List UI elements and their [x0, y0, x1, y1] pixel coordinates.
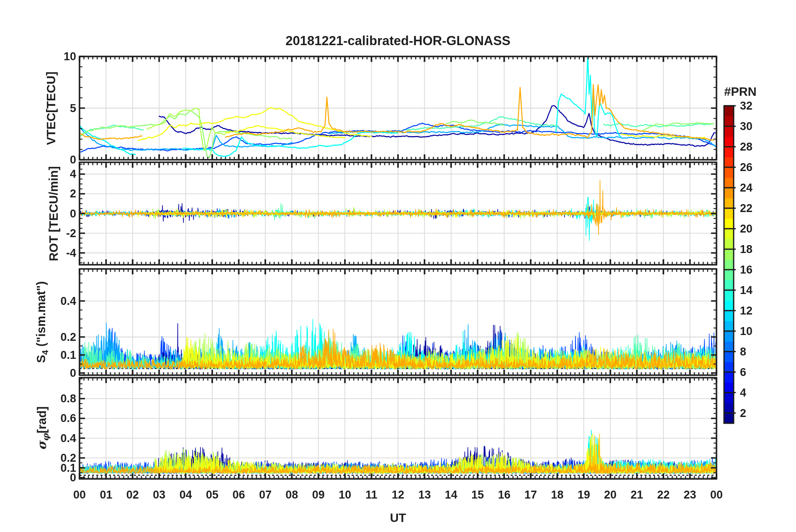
x-tick-label: 09: [304, 489, 333, 501]
x-tick-label: 02: [118, 489, 147, 501]
x-axis-label: UT: [80, 511, 716, 525]
y-tick-label: 0.8: [45, 392, 76, 405]
colorbar-tick-label: 20: [740, 222, 769, 235]
colorbar-tick-label: 18: [740, 243, 769, 256]
colorbar-tick-label: 4: [740, 386, 769, 399]
colorbar-tick-label: 10: [740, 325, 769, 338]
x-tick-label: 11: [357, 489, 386, 501]
y-tick-label: 0: [45, 153, 76, 166]
y-tick-label: 0: [45, 366, 76, 380]
x-tick-label: 14: [437, 489, 466, 501]
x-tick-label: 15: [463, 489, 492, 501]
x-tick-label: 12: [383, 489, 413, 501]
x-tick-label: 10: [330, 489, 359, 501]
y-tick-label: 10: [45, 50, 76, 63]
x-tick-label: 00: [702, 489, 731, 501]
colorbar-tick-label: 30: [740, 120, 769, 133]
x-tick-label: 04: [171, 489, 200, 501]
x-tick-label: 13: [410, 489, 439, 501]
y-axis-label-s4: S4 ("ism.mat"): [34, 281, 50, 363]
y-axis-label-vtec: VTEC[TECU]: [44, 72, 58, 145]
x-tick-label: 21: [622, 489, 652, 501]
colorbar-tick-label: 26: [740, 161, 769, 174]
colorbar-tick-label: 14: [740, 284, 769, 297]
figure: 20181221-calibrated-HOR-GLONASS #PRN UT …: [0, 0, 796, 532]
colorbar-tick-label: 28: [740, 140, 769, 153]
x-tick-label: 00: [65, 489, 94, 501]
colorbar-title: #PRN: [713, 85, 768, 99]
colorbar-tick-label: 6: [740, 366, 769, 379]
colorbar-tick-label: 8: [740, 345, 769, 358]
y-axis-label-rot: ROT [TECU/min]: [47, 166, 61, 261]
x-tick-label: 01: [91, 489, 121, 501]
x-tick-label: 07: [251, 489, 280, 501]
x-tick-label: 18: [543, 489, 572, 501]
x-tick-label: 23: [675, 489, 705, 501]
plot-canvas: [0, 0, 796, 532]
y-axis-label-sigma_phi: σφ[rad]: [35, 407, 51, 450]
x-tick-label: 06: [224, 489, 254, 501]
colorbar-tick-label: 24: [740, 181, 769, 194]
x-tick-label: 22: [649, 489, 678, 501]
x-tick-label: 03: [144, 489, 174, 501]
x-tick-label: 05: [198, 489, 227, 501]
colorbar-tick-label: 32: [740, 99, 769, 113]
colorbar-tick-label: 12: [740, 304, 769, 317]
x-tick-label: 20: [596, 489, 625, 501]
x-tick-label: 16: [490, 489, 519, 501]
x-tick-label: 17: [516, 489, 545, 501]
x-tick-label: 19: [569, 489, 598, 501]
x-tick-label: 08: [277, 489, 306, 501]
y-tick-label: 0.2: [45, 451, 76, 465]
colorbar-tick-label: 2: [740, 407, 769, 420]
colorbar-tick-label: 16: [740, 263, 769, 276]
colorbar-tick-label: 22: [740, 202, 769, 215]
chart-title: 20181221-calibrated-HOR-GLONASS: [80, 33, 716, 49]
